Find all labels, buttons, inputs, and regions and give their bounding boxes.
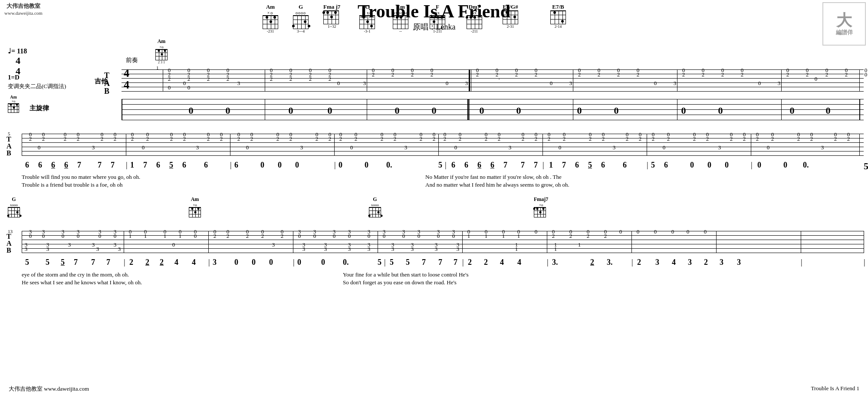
- lyrics-line1a: Trouble will find you no mater where you…: [22, 174, 140, 181]
- sheet-music: 大伟吉他教室 www.daweijita.com Trouble Is A Fr…: [0, 0, 868, 395]
- row3-chord-am: Am ×o: [189, 196, 201, 217]
- chord-fmaj7: Fma j7 1--32: [323, 3, 340, 29]
- intro-chord-am: Am ×o 2 3 1: [155, 38, 168, 64]
- site-name: 大伟吉他教室: [4, 2, 43, 10]
- chord-e7b: E7/B 2-14: [550, 3, 566, 29]
- lyrics-line1b: Trouble is a friend but trouble is a foe…: [22, 181, 122, 188]
- lyrics-line1c: No Matter if you're fast no matter if yo…: [425, 174, 562, 181]
- vocal-label: 主旋律: [30, 104, 49, 112]
- key-info: 1=D: [8, 74, 20, 81]
- lyrics-row3-line4: So don't forget as you ease on down the …: [343, 279, 457, 286]
- chord-dm7: Dm7 xx -211: [467, 3, 482, 33]
- chord-g: G oooo 3---4: [293, 3, 309, 33]
- guitar-label: 吉他: [95, 77, 108, 86]
- lyrics-row3-line2: He sees what I see and he knows what I k…: [22, 279, 142, 286]
- lyrics-row3-line1: eye of the storm and the cry in the morn…: [22, 271, 129, 278]
- capo-info: 变调夹夹二品(C调指法): [8, 82, 66, 90]
- chord-em: Em oxoooo --: [393, 3, 408, 33]
- chord-c: C × xo -3-1: [359, 3, 375, 33]
- footer-left: 大伟吉他教室 www.daweijita.com: [9, 385, 89, 393]
- row3-chord-g2: G xooo: [369, 196, 381, 217]
- lyrics-row3-line3: Your fine for a while but then start to …: [343, 271, 469, 278]
- chord-am: Am ×o -231: [263, 3, 278, 33]
- logo-area: 大伟吉他教室 www.daweijita.com: [4, 2, 43, 17]
- vocal-chord-am: Am ×o: [8, 95, 19, 113]
- footer-right: Trouble Is A Friend 1: [811, 385, 859, 393]
- chord-am-name: Am: [263, 3, 278, 10]
- intro-label: 前奏: [126, 56, 138, 64]
- site-url: www.daweijita.com: [4, 10, 43, 16]
- brand-char-big: 大: [836, 12, 852, 30]
- tempo-marking: ♩= 118: [8, 47, 27, 55]
- chord-f: F xx 1-211: [430, 3, 445, 33]
- brand-chars: 編譜佯: [836, 30, 853, 36]
- row3-chord-g: G xooo: [8, 196, 20, 217]
- footer: 大伟吉他教室 www.daweijita.com Trouble Is A Fr…: [0, 385, 868, 393]
- chord-e7gs: E7/G# 2-31: [503, 3, 518, 29]
- lyrics-line1d: And no matter what I feed him he always …: [425, 181, 569, 188]
- brand-logo: 大 編譜佯: [822, 2, 866, 46]
- row3-chord-fmaj7: Fmaj7 ×o: [534, 196, 548, 217]
